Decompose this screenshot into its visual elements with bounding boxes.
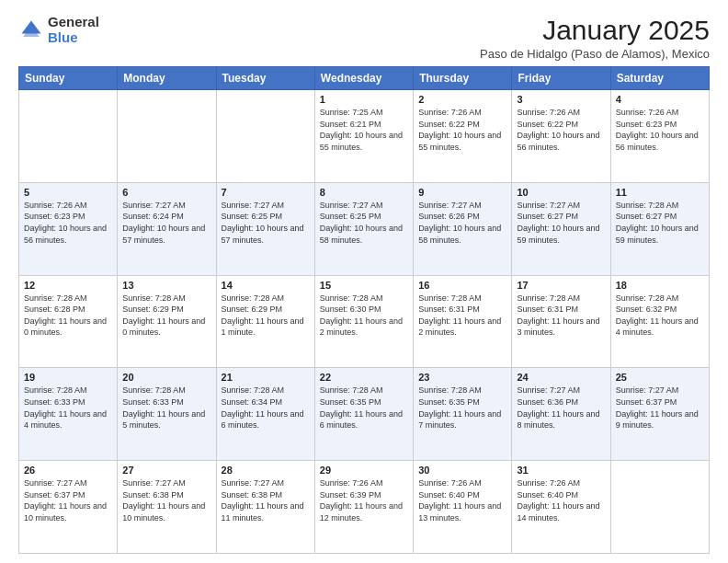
logo: General Blue <box>18 15 99 45</box>
day-number: 8 <box>320 187 408 198</box>
calendar-cell: 15Sunrise: 7:28 AM Sunset: 6:30 PM Dayli… <box>314 275 413 368</box>
day-info: Sunrise: 7:26 AM Sunset: 6:40 PM Dayligh… <box>418 477 506 523</box>
title-block: January 2025 Paso de Hidalgo (Paso de Al… <box>480 15 710 61</box>
day-info: Sunrise: 7:26 AM Sunset: 6:40 PM Dayligh… <box>517 477 605 523</box>
day-number: 14 <box>222 280 310 291</box>
day-number: 22 <box>320 372 408 383</box>
day-info: Sunrise: 7:28 AM Sunset: 6:31 PM Dayligh… <box>418 293 506 339</box>
calendar-cell: 22Sunrise: 7:28 AM Sunset: 6:35 PM Dayli… <box>314 368 413 461</box>
day-number: 24 <box>517 372 605 383</box>
day-info: Sunrise: 7:28 AM Sunset: 6:27 PM Dayligh… <box>616 200 704 246</box>
calendar-cell: 30Sunrise: 7:26 AM Sunset: 6:40 PM Dayli… <box>414 461 512 554</box>
calendar-cell: 26Sunrise: 7:27 AM Sunset: 6:37 PM Dayli… <box>19 461 118 554</box>
header-wednesday: Wednesday <box>314 67 413 90</box>
day-number: 18 <box>616 280 704 291</box>
page: General Blue January 2025 Paso de Hidalg… <box>0 0 728 563</box>
day-info: Sunrise: 7:27 AM Sunset: 6:26 PM Dayligh… <box>418 200 506 246</box>
day-number: 27 <box>122 465 210 476</box>
day-info: Sunrise: 7:26 AM Sunset: 6:23 PM Dayligh… <box>616 107 704 153</box>
calendar-cell: 23Sunrise: 7:28 AM Sunset: 6:35 PM Dayli… <box>414 368 512 461</box>
calendar-week-1: 1Sunrise: 7:25 AM Sunset: 6:21 PM Daylig… <box>19 90 710 183</box>
day-number: 20 <box>122 372 210 383</box>
day-number: 23 <box>418 372 506 383</box>
day-info: Sunrise: 7:26 AM Sunset: 6:22 PM Dayligh… <box>418 107 506 153</box>
header-friday: Friday <box>512 67 610 90</box>
calendar-cell: 9Sunrise: 7:27 AM Sunset: 6:26 PM Daylig… <box>414 182 512 275</box>
day-info: Sunrise: 7:27 AM Sunset: 6:37 PM Dayligh… <box>616 385 704 431</box>
calendar-cell: 29Sunrise: 7:26 AM Sunset: 6:39 PM Dayli… <box>314 461 413 554</box>
calendar-cell: 20Sunrise: 7:28 AM Sunset: 6:33 PM Dayli… <box>118 368 216 461</box>
calendar-week-4: 19Sunrise: 7:28 AM Sunset: 6:33 PM Dayli… <box>19 368 710 461</box>
day-number: 30 <box>418 465 506 476</box>
day-info: Sunrise: 7:28 AM Sunset: 6:30 PM Dayligh… <box>320 293 408 339</box>
day-info: Sunrise: 7:27 AM Sunset: 6:27 PM Dayligh… <box>517 200 605 246</box>
header-thursday: Thursday <box>414 67 512 90</box>
day-number: 15 <box>320 280 408 291</box>
calendar-cell: 1Sunrise: 7:25 AM Sunset: 6:21 PM Daylig… <box>314 90 413 183</box>
day-info: Sunrise: 7:28 AM Sunset: 6:29 PM Dayligh… <box>122 293 210 339</box>
calendar-cell: 5Sunrise: 7:26 AM Sunset: 6:23 PM Daylig… <box>19 182 118 275</box>
logo-text: General Blue <box>48 15 99 45</box>
calendar-week-3: 12Sunrise: 7:28 AM Sunset: 6:28 PM Dayli… <box>19 275 710 368</box>
calendar-cell: 27Sunrise: 7:27 AM Sunset: 6:38 PM Dayli… <box>118 461 216 554</box>
logo-blue-text: Blue <box>48 30 99 46</box>
day-number: 2 <box>418 94 506 105</box>
day-number: 7 <box>222 187 310 198</box>
day-number: 17 <box>517 280 605 291</box>
calendar-cell <box>216 90 314 183</box>
day-info: Sunrise: 7:28 AM Sunset: 6:35 PM Dayligh… <box>320 385 408 431</box>
day-number: 21 <box>222 372 310 383</box>
calendar-cell: 17Sunrise: 7:28 AM Sunset: 6:31 PM Dayli… <box>512 275 610 368</box>
calendar-cell: 12Sunrise: 7:28 AM Sunset: 6:28 PM Dayli… <box>19 275 118 368</box>
subtitle: Paso de Hidalgo (Paso de Alamos), Mexico <box>480 47 710 61</box>
calendar-cell <box>19 90 118 183</box>
calendar-cell: 24Sunrise: 7:27 AM Sunset: 6:36 PM Dayli… <box>512 368 610 461</box>
day-number: 13 <box>122 280 210 291</box>
day-info: Sunrise: 7:27 AM Sunset: 6:38 PM Dayligh… <box>122 477 210 523</box>
day-number: 9 <box>418 187 506 198</box>
calendar-cell: 19Sunrise: 7:28 AM Sunset: 6:33 PM Dayli… <box>19 368 118 461</box>
day-number: 10 <box>517 187 605 198</box>
day-info: Sunrise: 7:27 AM Sunset: 6:25 PM Dayligh… <box>320 200 408 246</box>
day-number: 19 <box>24 372 112 383</box>
calendar-cell: 3Sunrise: 7:26 AM Sunset: 6:22 PM Daylig… <box>512 90 610 183</box>
day-number: 12 <box>24 280 112 291</box>
header-tuesday: Tuesday <box>216 67 314 90</box>
calendar-table: Sunday Monday Tuesday Wednesday Thursday… <box>18 66 710 554</box>
calendar-cell: 6Sunrise: 7:27 AM Sunset: 6:24 PM Daylig… <box>118 182 216 275</box>
header-saturday: Saturday <box>610 67 709 90</box>
calendar-cell: 11Sunrise: 7:28 AM Sunset: 6:27 PM Dayli… <box>610 182 709 275</box>
day-info: Sunrise: 7:27 AM Sunset: 6:25 PM Dayligh… <box>222 200 310 246</box>
day-info: Sunrise: 7:27 AM Sunset: 6:38 PM Dayligh… <box>222 477 310 523</box>
day-info: Sunrise: 7:28 AM Sunset: 6:28 PM Dayligh… <box>24 293 112 339</box>
day-number: 25 <box>616 372 704 383</box>
calendar-cell: 25Sunrise: 7:27 AM Sunset: 6:37 PM Dayli… <box>610 368 709 461</box>
day-info: Sunrise: 7:28 AM Sunset: 6:32 PM Dayligh… <box>616 293 704 339</box>
day-info: Sunrise: 7:26 AM Sunset: 6:39 PM Dayligh… <box>320 477 408 523</box>
calendar-week-2: 5Sunrise: 7:26 AM Sunset: 6:23 PM Daylig… <box>19 182 710 275</box>
day-number: 26 <box>24 465 112 476</box>
day-info: Sunrise: 7:27 AM Sunset: 6:36 PM Dayligh… <box>517 385 605 431</box>
calendar-cell: 28Sunrise: 7:27 AM Sunset: 6:38 PM Dayli… <box>216 461 314 554</box>
header-sunday: Sunday <box>19 67 118 90</box>
day-number: 4 <box>616 94 704 105</box>
day-info: Sunrise: 7:28 AM Sunset: 6:31 PM Dayligh… <box>517 293 605 339</box>
day-info: Sunrise: 7:28 AM Sunset: 6:29 PM Dayligh… <box>222 293 310 339</box>
calendar-cell: 2Sunrise: 7:26 AM Sunset: 6:22 PM Daylig… <box>414 90 512 183</box>
calendar-cell: 16Sunrise: 7:28 AM Sunset: 6:31 PM Dayli… <box>414 275 512 368</box>
calendar-cell: 10Sunrise: 7:27 AM Sunset: 6:27 PM Dayli… <box>512 182 610 275</box>
calendar-cell: 7Sunrise: 7:27 AM Sunset: 6:25 PM Daylig… <box>216 182 314 275</box>
calendar-cell <box>118 90 216 183</box>
day-number: 16 <box>418 280 506 291</box>
logo-icon <box>18 17 44 43</box>
day-number: 6 <box>122 187 210 198</box>
day-number: 29 <box>320 465 408 476</box>
day-number: 31 <box>517 465 605 476</box>
logo-general-text: General <box>48 15 99 30</box>
calendar-cell: 8Sunrise: 7:27 AM Sunset: 6:25 PM Daylig… <box>314 182 413 275</box>
day-number: 5 <box>24 187 112 198</box>
day-info: Sunrise: 7:28 AM Sunset: 6:34 PM Dayligh… <box>222 385 310 431</box>
calendar-cell <box>610 461 709 554</box>
day-number: 11 <box>616 187 704 198</box>
day-info: Sunrise: 7:28 AM Sunset: 6:35 PM Dayligh… <box>418 385 506 431</box>
